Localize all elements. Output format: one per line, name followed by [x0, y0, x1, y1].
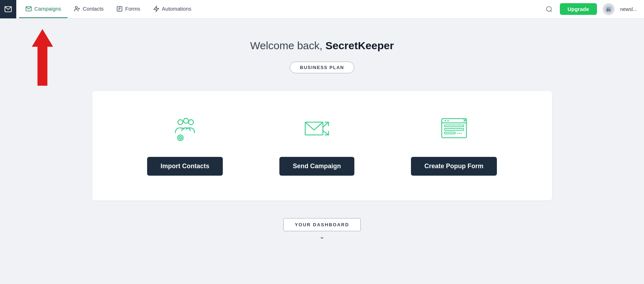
create-popup-form-icon — [438, 112, 470, 144]
nav-right: Upgrade newsl... — [544, 3, 644, 15]
svg-point-33 — [459, 133, 460, 134]
import-contacts-button[interactable]: Import Contacts — [147, 157, 223, 176]
svg-point-25 — [445, 120, 446, 121]
actions-row: Import Contacts — [106, 112, 538, 176]
avatar[interactable] — [603, 3, 615, 15]
arrow-head — [32, 29, 53, 47]
send-campaign-icon — [301, 112, 333, 144]
svg-point-15 — [184, 118, 188, 123]
actions-card: Import Contacts — [92, 91, 552, 200]
nav-contacts[interactable]: Contacts — [68, 0, 110, 18]
arrow-shaft — [37, 47, 47, 86]
svg-point-2 — [75, 6, 77, 8]
svg-point-16 — [188, 120, 193, 125]
svg-point-34 — [460, 133, 462, 134]
svg-line-22 — [323, 131, 329, 135]
svg-line-21 — [323, 122, 329, 127]
import-contacts-item: Import Contacts — [147, 112, 223, 176]
create-popup-form-item: Create Popup Form — [411, 112, 497, 176]
svg-point-14 — [178, 120, 183, 125]
search-button[interactable] — [544, 4, 554, 14]
welcome-message: Welcome back, SecretKeeper — [250, 40, 394, 52]
upgrade-button[interactable]: Upgrade — [560, 3, 597, 15]
svg-rect-31 — [445, 132, 455, 134]
import-contacts-icon — [169, 112, 201, 144]
user-label[interactable]: newsl... — [620, 6, 637, 12]
main-content: Welcome back, SecretKeeper BUSINESS PLAN — [0, 18, 644, 284]
create-popup-form-button[interactable]: Create Popup Form — [411, 157, 497, 176]
nav-forms[interactable]: Forms — [110, 0, 147, 18]
chevron-down-icon[interactable]: ⌄ — [319, 233, 325, 240]
svg-line-8 — [551, 10, 552, 12]
svg-point-13 — [608, 8, 611, 11]
navbar: Campaigns Contacts Forms Automations Upg… — [0, 0, 644, 18]
red-arrow-indicator — [32, 29, 53, 86]
svg-point-26 — [447, 120, 449, 121]
svg-rect-29 — [445, 125, 464, 127]
svg-rect-30 — [445, 129, 464, 130]
svg-point-7 — [546, 6, 551, 11]
dashboard-section: YOUR DASHBOARD ⌄ — [283, 218, 361, 240]
dashboard-label[interactable]: YOUR DASHBOARD — [283, 218, 361, 231]
plan-badge[interactable]: BUSINESS PLAN — [290, 62, 354, 73]
svg-point-32 — [457, 133, 458, 134]
nav-automations[interactable]: Automations — [147, 0, 198, 18]
nav-logo[interactable] — [0, 0, 16, 18]
send-campaign-item: Send Campaign — [279, 112, 354, 176]
nav-campaigns[interactable]: Campaigns — [19, 0, 68, 18]
nav-links: Campaigns Contacts Forms Automations — [19, 0, 198, 18]
svg-point-19 — [180, 137, 181, 138]
send-campaign-button[interactable]: Send Campaign — [279, 157, 354, 176]
